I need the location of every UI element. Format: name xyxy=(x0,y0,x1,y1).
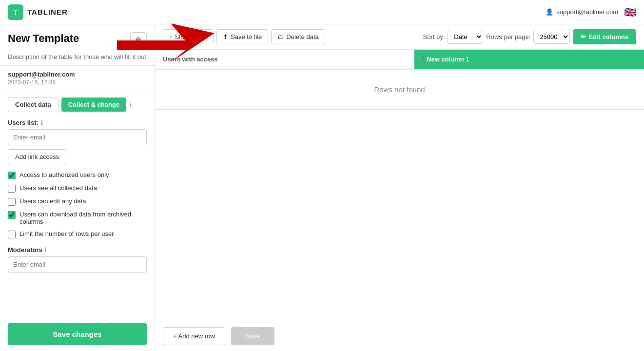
checkbox-download-archived-input[interactable] xyxy=(8,211,16,219)
moderators-label: Moderators ℹ xyxy=(8,246,147,254)
tab-collect-change[interactable]: Collect & change xyxy=(61,98,126,112)
checkbox-download-archived-label: Users can download data from archived co… xyxy=(20,211,147,225)
moderators-info-icon[interactable]: ℹ xyxy=(44,247,47,254)
share-icon: ↑ xyxy=(169,33,173,40)
checkbox-download-archived[interactable]: Users can download data from archived co… xyxy=(8,211,147,225)
logo-icon: T xyxy=(8,4,23,20)
rows-per-page-select[interactable]: 25000 100 500 1000 5000 10000 xyxy=(533,30,570,44)
users-list-label: Users list: ℹ xyxy=(8,119,147,126)
checkbox-see-all-data-label: Users see all collected data xyxy=(20,184,97,192)
checkbox-edit-any-data-label: Users can edit any data xyxy=(20,197,86,205)
no-data-row: Rows not found xyxy=(155,69,644,110)
table-container: Users with access New column 1 Rows not … xyxy=(155,50,644,321)
delete-data-icon: 🗂 xyxy=(277,33,284,40)
delete-button[interactable]: 🗑 xyxy=(130,32,147,49)
edit-columns-button[interactable]: ✏ Edit columns xyxy=(573,29,636,44)
users-list-info-icon[interactable]: ℹ xyxy=(40,119,43,126)
nav-right: 👤 support@tabliner.com 🇬🇧 xyxy=(546,6,636,18)
template-description: Description of the table for those who w… xyxy=(8,53,147,61)
sidebar: New Template 🗑 Description of the table … xyxy=(0,24,155,351)
trash-icon: 🗑 xyxy=(135,36,142,45)
checkbox-authorized-only-label: Access to authorized users only xyxy=(20,171,109,178)
data-table: Users with access New column 1 Rows not … xyxy=(155,50,644,110)
language-flag-icon[interactable]: 🇬🇧 xyxy=(624,6,636,18)
content-area: ↑ Share table ⬆ Save to file 🗂 Delete da… xyxy=(155,24,644,351)
save-table-button: Save xyxy=(231,327,275,345)
sidebar-meta: support@tabliner.com 2023-07-15, 12:36 xyxy=(0,66,155,91)
user-email-input[interactable] xyxy=(8,129,147,145)
rows-per-page-label: Rows per page: xyxy=(486,33,530,40)
column-users-with-access: Users with access xyxy=(155,50,414,69)
checkbox-edit-any-data-input[interactable] xyxy=(8,198,16,206)
save-file-icon: ⬆ xyxy=(223,33,228,40)
user-email: 👤 support@tabliner.com xyxy=(546,8,618,16)
tab-collect-data[interactable]: Collect data xyxy=(8,97,59,112)
checkbox-limit-rows-label: Limit the number of rows per user xyxy=(20,230,114,237)
delete-data-button[interactable]: 🗂 Delete data xyxy=(271,29,325,44)
meta-email: support@tabliner.com xyxy=(8,71,147,78)
title-row: New Template 🗑 xyxy=(8,32,147,49)
sidebar-collapse-arrow[interactable]: « xyxy=(155,180,155,195)
meta-date: 2023-07-15, 12:36 xyxy=(8,79,147,86)
main-layout: New Template 🗑 Description of the table … xyxy=(0,24,644,351)
checkbox-limit-rows-input[interactable] xyxy=(8,231,16,238)
permissions-list: Access to authorized users only Users se… xyxy=(8,171,147,238)
mode-tabs: Collect data Collect & change ℹ xyxy=(8,97,147,112)
logo-text: TABLINER xyxy=(27,8,68,16)
checkbox-see-all-data[interactable]: Users see all collected data xyxy=(8,184,147,193)
add-link-access-button[interactable]: Add link access xyxy=(8,149,66,164)
sidebar-body: Collect data Collect & change ℹ Users li… xyxy=(0,91,155,317)
user-icon: 👤 xyxy=(546,8,553,16)
sidebar-header: New Template 🗑 Description of the table … xyxy=(0,24,155,66)
no-data-message: Rows not found xyxy=(155,69,644,110)
nav-left: T TABLINER xyxy=(8,4,68,20)
top-nav: T TABLINER 👤 support@tabliner.com 🇬🇧 xyxy=(0,0,644,24)
save-to-file-button[interactable]: ⬆ Save to file xyxy=(216,29,268,44)
save-changes-button[interactable]: Save changes xyxy=(8,323,147,345)
edit-icon: ✏ xyxy=(581,33,586,40)
checkbox-edit-any-data[interactable]: Users can edit any data xyxy=(8,197,147,206)
add-new-row-button[interactable]: + Add new row xyxy=(163,327,225,345)
moderator-email-input[interactable] xyxy=(8,256,147,273)
share-table-button[interactable]: ↑ Share table xyxy=(163,29,214,44)
table-footer: + Add new row Save xyxy=(155,321,644,351)
checkbox-see-all-data-input[interactable] xyxy=(8,185,16,193)
sort-by-section: Sort by: Date Name ID xyxy=(423,30,484,44)
tab-info-icon[interactable]: ℹ xyxy=(129,101,132,109)
column-new-column-1: New column 1 xyxy=(414,50,644,69)
toolbar: ↑ Share table ⬆ Save to file 🗂 Delete da… xyxy=(155,24,644,50)
checkbox-authorized-only[interactable]: Access to authorized users only xyxy=(8,171,147,179)
sort-by-select[interactable]: Date Name ID xyxy=(448,30,483,44)
template-title: New Template xyxy=(8,32,79,45)
sort-by-label: Sort by: xyxy=(423,33,445,40)
checkbox-authorized-only-input[interactable] xyxy=(8,172,16,179)
rows-per-page-section: Rows per page: 25000 100 500 1000 5000 1… xyxy=(486,30,570,44)
checkbox-limit-rows[interactable]: Limit the number of rows per user xyxy=(8,230,147,238)
